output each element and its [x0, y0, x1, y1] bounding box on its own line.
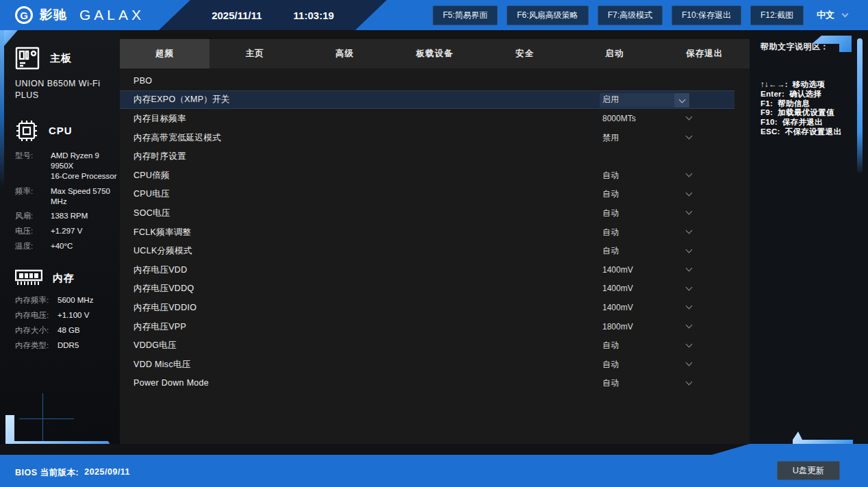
fkey-button[interactable]: F6:风扇高级策略 [507, 5, 588, 25]
dropdown-control[interactable] [681, 377, 696, 389]
memory-stat-row: 内存频率: 5600 MHz [15, 295, 120, 305]
setting-value: 自动 [602, 377, 619, 389]
scrollbar-decoration[interactable] [857, 38, 863, 173]
dropdown-control[interactable] [681, 132, 696, 144]
tab[interactable]: 高级 [300, 39, 390, 68]
stat-value: DDR5 [58, 340, 79, 351]
cpu-section: CPU 型号: AMD Ryzen 9 9950X 16-Core Proces… [15, 119, 120, 252]
chevron-down-icon [842, 10, 849, 17]
chevron-down-icon [685, 378, 692, 385]
setting-value: 启用 [602, 94, 619, 105]
dropdown-control[interactable] [681, 358, 696, 371]
setting-label: Power Down Mode [133, 378, 209, 388]
dropdown-control[interactable] [681, 282, 696, 295]
setting-row[interactable]: 内存EXPO（XMP）开关 启用 [120, 90, 735, 110]
setting-row[interactable]: UCLK分频模式 自动 [120, 241, 735, 260]
brand-logo: G 影驰 GALAX [0, 6, 159, 24]
setting-value: 禁用 [602, 132, 619, 143]
brand-name-cn: 影驰 [40, 6, 67, 24]
setting-row[interactable]: FCLK频率调整 自动 [120, 223, 735, 242]
tab[interactable]: 板载设备 [390, 39, 479, 68]
dropdown-control[interactable] [681, 169, 696, 182]
setting-row[interactable]: 内存电压VDDIO 1400mV [120, 298, 735, 317]
stat-value: +1.100 V [58, 310, 89, 321]
chevron-down-icon [685, 284, 692, 290]
setting-label: 内存目标频率 [133, 112, 186, 124]
chevron-down-icon [678, 96, 685, 103]
bottom-bar: BIOS 当前版本: 2025/09/11 U盘更新 [0, 444, 868, 487]
setting-row[interactable]: 内存时序设置 [120, 147, 735, 166]
stat-value: 1383 RPM [51, 211, 88, 221]
setting-row[interactable]: CPU电压 自动 [120, 185, 735, 204]
setting-value: 自动 [602, 358, 619, 370]
setting-label: VDD Misc电压 [133, 358, 191, 370]
dropdown-control[interactable] [681, 264, 696, 276]
bios-version-value: 2025/09/11 [84, 467, 130, 479]
stat-label: 电压: [15, 226, 51, 236]
tab[interactable]: 保存退出 [660, 39, 750, 68]
chevron-down-icon [685, 114, 692, 121]
setting-row[interactable]: VDD Misc电压 自动 [120, 355, 735, 374]
language-label: 中文 [817, 9, 834, 21]
setting-row[interactable]: 内存高带宽低延迟模式 禁用 [120, 128, 735, 147]
usb-update-button[interactable]: U盘更新 [777, 461, 840, 480]
setting-label: PBO [133, 76, 152, 86]
tab[interactable]: 超频 [120, 39, 209, 68]
dropdown-control[interactable] [674, 93, 689, 108]
memory-stat-row: 内存类型: DDR5 [15, 340, 120, 351]
setting-value: 1800mV [602, 322, 633, 332]
setting-row[interactable]: 内存电压VDD 1400mV [120, 260, 735, 279]
setting-row[interactable]: 内存电压VPP 1800mV [120, 317, 735, 336]
cpu-stat-row: 型号: AMD Ryzen 9 9950X 16-Core Processor [15, 151, 120, 182]
tab[interactable]: 启动 [570, 39, 659, 68]
chevron-down-icon [685, 360, 692, 366]
setting-value: 自动 [602, 188, 619, 200]
setting-label: 内存高带宽低延迟模式 [133, 132, 221, 143]
cpu-stat-row: 频率: Max Speed 5750 MHz [15, 186, 120, 207]
stat-label: 型号: [15, 151, 51, 182]
dropdown-control[interactable] [681, 112, 696, 125]
dropdown-control[interactable] [681, 321, 696, 333]
setting-row[interactable]: 内存电压VDDQ 1400mV [120, 279, 735, 299]
chevron-down-icon [685, 227, 692, 234]
tab[interactable]: 主页 [209, 39, 299, 68]
dropdown-control[interactable] [681, 226, 696, 238]
chevron-down-icon [685, 133, 692, 140]
function-key-bar: F5:简易界面F6:风扇高级策略F7:高级模式F10:保存退出F12:截图 中文 [433, 0, 847, 30]
setting-row[interactable]: CPU倍频 自动 [120, 166, 735, 185]
fkey-button[interactable]: F7:高级模式 [598, 5, 663, 25]
language-selector[interactable]: 中文 [817, 9, 847, 21]
fkey-button[interactable]: F12:截图 [750, 5, 804, 25]
dropdown-control[interactable] [681, 207, 696, 219]
chevron-down-icon [685, 322, 692, 329]
setting-row[interactable]: SOC电压 自动 [120, 203, 735, 223]
dropdown-control[interactable] [681, 339, 696, 351]
chevron-down-icon [685, 340, 692, 347]
system-time: 11:03:19 [294, 10, 334, 21]
stat-value: +1.297 V [51, 226, 82, 236]
fkey-button[interactable]: F10:保存退出 [672, 5, 741, 25]
stat-label: 内存大小: [15, 325, 58, 336]
dropdown-control[interactable] [681, 188, 696, 200]
setting-value: 1400mV [602, 303, 633, 312]
setting-row[interactable]: PBO [120, 71, 735, 90]
stat-label: 频率: [15, 186, 51, 207]
memory-section: 内存 内存频率: 5600 MHz 内存电压: +1.100 V 内存大小: 4… [15, 269, 120, 351]
setting-label: 内存电压VDDQ [133, 283, 194, 295]
stat-value: Max Speed 5750 MHz [51, 186, 120, 207]
setting-row[interactable]: 内存目标频率 8000MTs [120, 109, 735, 128]
chevron-down-icon [685, 208, 692, 215]
chevron-down-icon [685, 265, 692, 272]
fkey-button[interactable]: F5:简易界面 [433, 5, 498, 25]
brand-name-en: GALAX [79, 7, 144, 23]
tab[interactable]: 安全 [480, 39, 570, 68]
dropdown-control[interactable] [681, 301, 696, 314]
setting-value: 1400mV [602, 284, 633, 293]
setting-row[interactable]: Power Down Mode 自动 [120, 374, 735, 393]
setting-row[interactable]: VDDG电压 自动 [120, 336, 735, 355]
dropdown-control[interactable] [681, 245, 696, 257]
top-bar: G 影驰 GALAX 2025/11/11 11:03:19 F5:简易界面F6… [0, 0, 868, 30]
help-hint-line: F10: 保存并退出 [761, 118, 868, 127]
memory-stat-row: 内存大小: 48 GB [15, 325, 120, 336]
motherboard-title: 主板 [50, 52, 72, 65]
